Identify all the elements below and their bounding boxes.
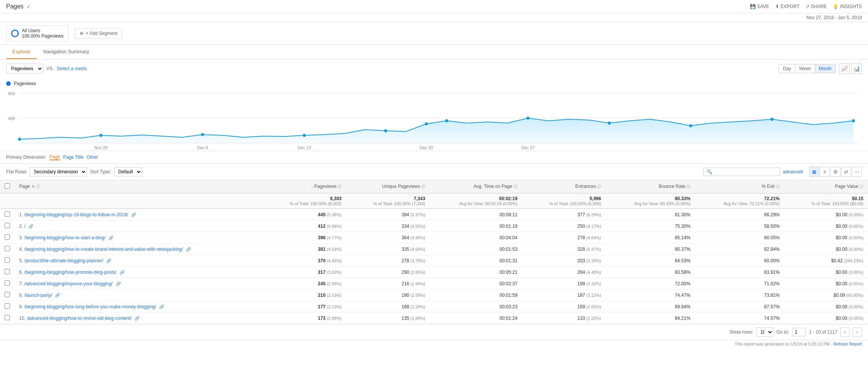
table-wrapper: Page ⇅ ⓘ ↓ Pageviews ⓘ Unique Pageviews … [0, 180, 868, 324]
row-page-value: $0.00 (0.00%) [784, 209, 868, 220]
row-page-value: $0.00 (0.00%) [784, 267, 868, 278]
external-link-icon[interactable]: 🔗 [120, 270, 125, 275]
compare-view-button[interactable]: ⇄ [841, 167, 851, 177]
row-number: 7. [19, 281, 23, 286]
row-number: 1. [19, 212, 23, 217]
external-link-icon[interactable]: 🔗 [131, 212, 136, 217]
report-footer: This report was generated on 1/5/19 at 5… [0, 340, 868, 348]
external-link-icon[interactable]: 🔗 [28, 224, 34, 229]
grid-view-button[interactable]: ▦ [809, 167, 819, 177]
page-link[interactable]: /advanced-blogging/how-to-revive-old-blo… [27, 316, 132, 321]
row-bounce-rate: 83.58% [606, 267, 695, 278]
select-metric-link[interactable]: Select a metric [57, 66, 87, 71]
row-checkbox[interactable] [5, 292, 10, 297]
external-link-icon[interactable]: 🔗 [116, 281, 121, 286]
row-entrances: 328 (5.47%) [522, 244, 606, 255]
external-link-icon[interactable]: 🔗 [55, 293, 60, 298]
header-actions: 💾 SAVE ⬆ EXPORT ↗ SHARE 💡 INSIGHTS [750, 4, 862, 9]
page-column-header[interactable]: Page ⇅ ⓘ [15, 180, 262, 193]
row-checkbox[interactable] [5, 269, 10, 274]
row-checkbox[interactable] [5, 246, 10, 251]
external-link-icon[interactable]: 🔗 [108, 235, 114, 240]
row-bounce-rate: 84.21% [606, 313, 695, 324]
row-checkbox[interactable] [5, 257, 10, 263]
tab-navigation-summary[interactable]: Navigation Summary [37, 45, 95, 59]
page-title: Pages [6, 3, 23, 10]
svg-point-8 [201, 133, 204, 136]
avg-time-column-header[interactable]: Avg. Time on Page ⓘ [430, 180, 522, 193]
flat-rows-label: Flat Rows [6, 169, 26, 174]
save-button[interactable]: 💾 SAVE [750, 4, 769, 9]
svg-text:Nov 29: Nov 29 [94, 145, 108, 150]
external-link-icon[interactable]: 🔗 [106, 258, 111, 263]
page-value-column-header[interactable]: Page Value ⓘ [784, 180, 868, 193]
day-button[interactable]: Day [779, 64, 795, 73]
page-link[interactable]: /beginning-blogging/how-to-create-brand-… [24, 247, 183, 252]
exit-column-header[interactable]: % Exit ⓘ [695, 180, 784, 193]
page-link[interactable]: /advanced-blogging/improve-your-blogging… [24, 281, 113, 286]
month-button[interactable]: Month [815, 64, 835, 73]
export-button[interactable]: ⬆ EXPORT [775, 4, 799, 9]
table-row: 5. /product/the-ultimate-blogging-planne… [0, 255, 868, 267]
metric-dropdown[interactable]: Pageviews [6, 64, 43, 74]
list-view-button[interactable]: ≡ [820, 167, 830, 177]
external-link-icon[interactable]: 🔗 [134, 316, 140, 321]
row-exit: 74.57% [695, 313, 784, 324]
all-users-segment[interactable]: All Users 100.00% Pageviews [6, 25, 69, 41]
unique-pv-column-header[interactable]: Unique Pageviews ⓘ [346, 180, 430, 193]
go-to-label: Go to: [776, 329, 789, 335]
row-page-value: $0.00 (0.00%) [784, 278, 868, 290]
row-checkbox[interactable] [5, 234, 10, 240]
entrances-column-header[interactable]: Entrances ⓘ [522, 180, 606, 193]
svg-text:800: 800 [8, 91, 15, 96]
secondary-dimension-select[interactable]: Secondary dimension [29, 167, 87, 176]
row-checkbox[interactable] [5, 211, 10, 217]
next-page-button[interactable]: › [853, 327, 862, 337]
pageviews-column-header[interactable]: ↓ Pageviews ⓘ [262, 180, 346, 193]
sort-type-select[interactable]: Default [114, 167, 142, 176]
advanced-link[interactable]: advanced [783, 169, 803, 174]
page-link[interactable]: /beginning-blogging/how-promote-blog-pos… [24, 270, 116, 275]
page-link[interactable]: /beginning-blogging/how-long-before-you-… [24, 304, 156, 309]
legend-dot [6, 81, 11, 86]
share-button[interactable]: ↗ SHARE [806, 4, 827, 9]
week-button[interactable]: Week [795, 64, 815, 73]
table-row: 9. /beginning-blogging/how-long-before-y… [0, 301, 868, 313]
dim-other-link[interactable]: Other [87, 155, 98, 160]
line-chart-button[interactable]: 📈 [839, 63, 850, 74]
dim-page-link[interactable]: Page [49, 154, 60, 160]
add-segment-button[interactable]: ⊕ + Add Segment [75, 28, 122, 39]
external-link-icon[interactable]: 🔗 [186, 247, 191, 252]
chart-view-buttons: 📈 📊 [839, 63, 862, 74]
insights-button[interactable]: 💡 INSIGHTS [833, 4, 862, 9]
prev-page-button[interactable]: ‹ [840, 327, 850, 337]
page-link[interactable]: /beginning-blogging/how-to-start-a-blog/ [24, 235, 105, 240]
external-link-icon[interactable]: 🔗 [159, 304, 164, 309]
more-view-button[interactable]: ⋯ [852, 167, 862, 177]
dim-page-title-link[interactable]: Page Title [63, 155, 84, 160]
row-checkbox[interactable] [5, 280, 10, 286]
svg-point-16 [771, 118, 774, 121]
tab-explorer[interactable]: Explorer [6, 45, 37, 59]
page-link[interactable]: /product/the-ultimate-blogging-planner/ [24, 258, 103, 263]
go-to-input[interactable] [792, 328, 806, 336]
bounce-rate-column-header[interactable]: Bounce Rate ⓘ [606, 180, 695, 193]
pivot-view-button[interactable]: ⊞ [830, 167, 840, 177]
bar-chart-button[interactable]: 📊 [851, 63, 862, 74]
row-checkbox[interactable] [5, 315, 10, 320]
refresh-report-link[interactable]: Refresh Report [833, 342, 862, 346]
table-footer: Show rows: 10 Go to: 1 - 10 of 1117 ‹ › [0, 324, 868, 340]
info-icon-ent: ⓘ [597, 184, 601, 189]
row-checkbox[interactable] [5, 223, 10, 228]
page-link[interactable]: /beginning-blogging/top-19-blogs-to-foll… [24, 212, 128, 217]
page-link[interactable]: /launch-party/ [24, 293, 52, 298]
rows-per-page-select[interactable]: 10 [756, 327, 773, 337]
row-checkbox[interactable] [5, 303, 10, 309]
row-exit: 83.91% [695, 267, 784, 278]
page-link[interactable]: / [24, 224, 25, 229]
row-exit: 60.00% [695, 255, 784, 267]
search-input[interactable] [714, 169, 775, 174]
select-all-checkbox[interactable] [5, 183, 10, 189]
primary-dimension: Primary Dimension: Page Page Title Other [0, 151, 868, 164]
row-entrances: 377 (6.29%) [522, 209, 606, 220]
